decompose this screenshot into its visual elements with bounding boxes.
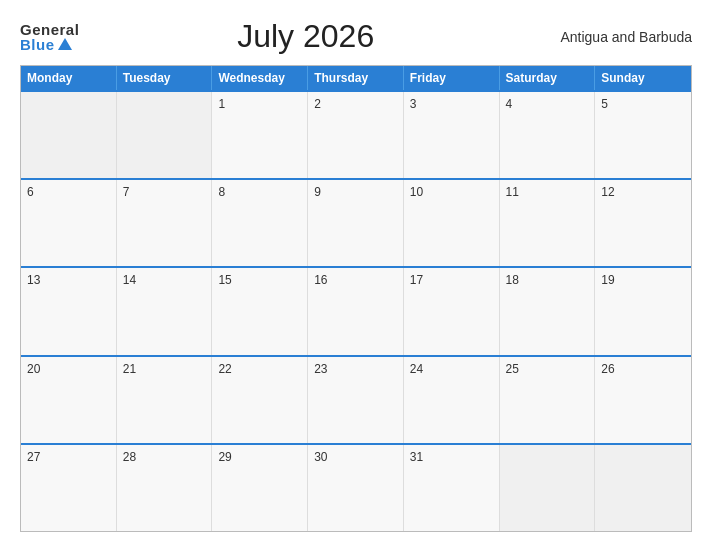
day-number: 6 — [27, 185, 110, 199]
day-cell — [595, 445, 691, 531]
day-cell — [21, 92, 117, 178]
day-number: 10 — [410, 185, 493, 199]
calendar-grid: MondayTuesdayWednesdayThursdayFridaySatu… — [20, 65, 692, 532]
day-number: 17 — [410, 273, 493, 287]
day-number: 22 — [218, 362, 301, 376]
day-number: 15 — [218, 273, 301, 287]
day-number: 9 — [314, 185, 397, 199]
day-number: 31 — [410, 450, 493, 464]
day-cell: 6 — [21, 180, 117, 266]
day-cell: 13 — [21, 268, 117, 354]
day-number: 25 — [506, 362, 589, 376]
day-cell: 7 — [117, 180, 213, 266]
day-number: 26 — [601, 362, 685, 376]
day-cell: 23 — [308, 357, 404, 443]
day-header-wednesday: Wednesday — [212, 66, 308, 90]
day-cell: 28 — [117, 445, 213, 531]
day-number: 5 — [601, 97, 685, 111]
day-number: 1 — [218, 97, 301, 111]
logo-general-text: General — [20, 22, 79, 37]
day-cell: 10 — [404, 180, 500, 266]
day-cell: 20 — [21, 357, 117, 443]
day-headers-row: MondayTuesdayWednesdayThursdayFridaySatu… — [21, 66, 691, 90]
day-number: 29 — [218, 450, 301, 464]
day-cell: 16 — [308, 268, 404, 354]
week-row-2: 6789101112 — [21, 178, 691, 266]
day-cell: 17 — [404, 268, 500, 354]
day-cell: 29 — [212, 445, 308, 531]
day-cell: 11 — [500, 180, 596, 266]
month-title: July 2026 — [79, 18, 532, 55]
logo-blue-text: Blue — [20, 37, 79, 52]
day-number: 24 — [410, 362, 493, 376]
day-cell: 12 — [595, 180, 691, 266]
day-number: 7 — [123, 185, 206, 199]
day-cell: 19 — [595, 268, 691, 354]
day-number: 12 — [601, 185, 685, 199]
day-number: 11 — [506, 185, 589, 199]
day-cell: 27 — [21, 445, 117, 531]
calendar-page: General Blue July 2026 Antigua and Barbu… — [0, 0, 712, 550]
logo: General Blue — [20, 22, 79, 52]
day-cell: 22 — [212, 357, 308, 443]
day-cell: 1 — [212, 92, 308, 178]
day-number: 21 — [123, 362, 206, 376]
logo-triangle-icon — [58, 38, 72, 50]
day-number: 19 — [601, 273, 685, 287]
day-header-tuesday: Tuesday — [117, 66, 213, 90]
day-cell: 15 — [212, 268, 308, 354]
day-cell: 24 — [404, 357, 500, 443]
header: General Blue July 2026 Antigua and Barbu… — [20, 18, 692, 55]
day-number: 27 — [27, 450, 110, 464]
week-row-4: 20212223242526 — [21, 355, 691, 443]
day-number: 2 — [314, 97, 397, 111]
day-number: 30 — [314, 450, 397, 464]
day-number: 4 — [506, 97, 589, 111]
weeks-container: 1234567891011121314151617181920212223242… — [21, 90, 691, 531]
day-number: 20 — [27, 362, 110, 376]
day-cell — [500, 445, 596, 531]
day-number: 23 — [314, 362, 397, 376]
day-header-saturday: Saturday — [500, 66, 596, 90]
day-cell: 4 — [500, 92, 596, 178]
week-row-3: 13141516171819 — [21, 266, 691, 354]
country-label: Antigua and Barbuda — [532, 29, 692, 45]
day-number: 14 — [123, 273, 206, 287]
day-cell: 25 — [500, 357, 596, 443]
day-number: 8 — [218, 185, 301, 199]
week-row-5: 2728293031 — [21, 443, 691, 531]
day-cell: 2 — [308, 92, 404, 178]
day-cell — [117, 92, 213, 178]
day-cell: 5 — [595, 92, 691, 178]
day-number: 28 — [123, 450, 206, 464]
day-cell: 31 — [404, 445, 500, 531]
day-cell: 3 — [404, 92, 500, 178]
day-number: 3 — [410, 97, 493, 111]
day-cell: 30 — [308, 445, 404, 531]
day-cell: 9 — [308, 180, 404, 266]
day-cell: 8 — [212, 180, 308, 266]
day-header-friday: Friday — [404, 66, 500, 90]
day-header-thursday: Thursday — [308, 66, 404, 90]
week-row-1: 12345 — [21, 90, 691, 178]
day-cell: 26 — [595, 357, 691, 443]
day-header-monday: Monday — [21, 66, 117, 90]
day-header-sunday: Sunday — [595, 66, 691, 90]
day-number: 13 — [27, 273, 110, 287]
day-cell: 18 — [500, 268, 596, 354]
day-cell: 21 — [117, 357, 213, 443]
day-cell: 14 — [117, 268, 213, 354]
day-number: 16 — [314, 273, 397, 287]
day-number: 18 — [506, 273, 589, 287]
